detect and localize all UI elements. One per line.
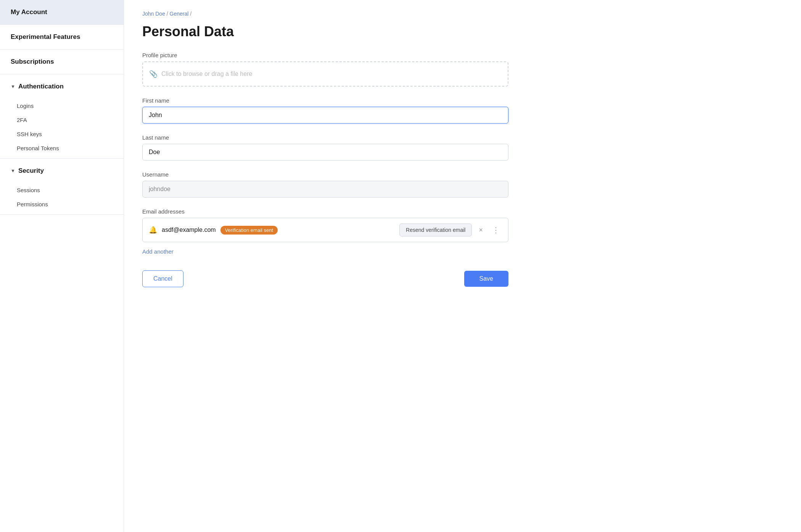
sidebar-item-2fa[interactable]: 2FA (0, 113, 124, 127)
breadcrumb-user: John Doe (142, 11, 165, 17)
first-name-input[interactable] (142, 107, 508, 124)
breadcrumb-section: General (170, 11, 189, 17)
profile-picture-upload[interactable]: 📎 Click to browse or drag a file here (142, 61, 508, 87)
security-section-label: Security (18, 167, 44, 175)
security-section-header[interactable]: ▼ Security (0, 159, 124, 183)
sidebar-item-experimental-features[interactable]: Experimental Features (0, 25, 124, 50)
paperclip-icon: 📎 (149, 70, 158, 78)
authentication-section-header[interactable]: ▼ Authentication (0, 74, 124, 99)
sidebar-item-sessions[interactable]: Sessions (0, 183, 124, 197)
email-address-text: asdf@example.com (162, 227, 216, 233)
breadcrumb: John Doe / General / (142, 11, 783, 17)
breadcrumb-separator2: / (190, 11, 191, 17)
sidebar-item-label: Experimental Features (11, 33, 80, 41)
form-actions: Cancel Save (142, 270, 508, 287)
bell-icon: 🔔 (149, 226, 157, 234)
personal-data-form: Profile picture 📎 Click to browse or dra… (142, 52, 508, 287)
main-content: John Doe / General / Personal Data Profi… (124, 0, 801, 532)
last-name-input[interactable] (142, 144, 508, 161)
sidebar-item-my-account[interactable]: My Account (0, 0, 124, 25)
save-button[interactable]: Save (464, 271, 508, 287)
username-input (142, 181, 508, 198)
add-another-button[interactable]: Add another (142, 248, 174, 255)
page-title: Personal Data (142, 24, 783, 40)
security-section: ▼ Security Sessions Permissions (0, 159, 124, 215)
username-label: Username (142, 171, 508, 178)
remove-email-button[interactable]: × (476, 225, 485, 236)
sidebar-item-logins[interactable]: Logins (0, 99, 124, 113)
authentication-section-label: Authentication (18, 83, 64, 90)
username-group: Username (142, 171, 508, 198)
more-options-button[interactable]: ⋮ (490, 224, 502, 236)
first-name-group: First name (142, 97, 508, 124)
profile-picture-label: Profile picture (142, 52, 508, 58)
last-name-group: Last name (142, 134, 508, 161)
chevron-down-icon: ▼ (11, 84, 15, 89)
sidebar-item-label: My Account (11, 8, 47, 16)
resend-verification-button[interactable]: Resend verification email (399, 223, 472, 236)
first-name-label: First name (142, 97, 508, 104)
email-addresses-group: Email addresses 🔔 asdf@example.com Verif… (142, 208, 508, 255)
sidebar-item-subscriptions[interactable]: Subscriptions (0, 50, 124, 74)
email-addresses-label: Email addresses (142, 208, 508, 215)
sidebar-item-personal-tokens[interactable]: Personal Tokens (0, 141, 124, 155)
file-upload-placeholder: Click to browse or drag a file here (161, 71, 252, 77)
email-row: 🔔 asdf@example.com Verification email se… (142, 218, 508, 242)
sidebar: My Account Experimental Features Subscri… (0, 0, 124, 532)
sidebar-item-label: Subscriptions (11, 58, 54, 66)
sidebar-item-permissions[interactable]: Permissions (0, 197, 124, 211)
cancel-button[interactable]: Cancel (142, 270, 183, 287)
authentication-section: ▼ Authentication Logins 2FA SSH keys Per… (0, 74, 124, 159)
last-name-label: Last name (142, 134, 508, 141)
authentication-sub-items: Logins 2FA SSH keys Personal Tokens (0, 99, 124, 158)
chevron-down-icon: ▼ (11, 168, 15, 174)
security-sub-items: Sessions Permissions (0, 183, 124, 214)
breadcrumb-separator1: / (167, 11, 170, 17)
verification-badge: Verification email sent (220, 226, 278, 235)
sidebar-item-ssh-keys[interactable]: SSH keys (0, 127, 124, 141)
profile-picture-group: Profile picture 📎 Click to browse or dra… (142, 52, 508, 87)
